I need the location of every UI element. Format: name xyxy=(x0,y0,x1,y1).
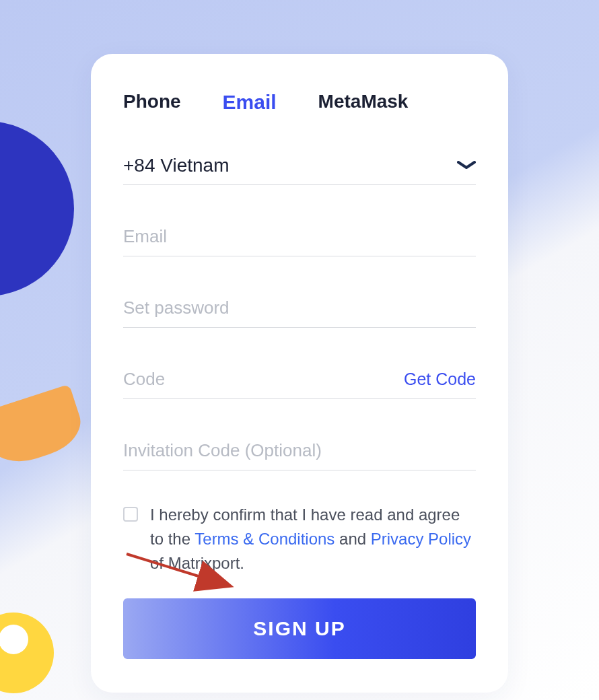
tab-email[interactable]: Email xyxy=(223,91,277,114)
invitation-field-wrapper xyxy=(123,431,476,470)
email-field-wrapper xyxy=(123,217,476,256)
signup-card: Phone Email MetaMask +84 Vietnam Get Cod… xyxy=(91,54,508,693)
password-input[interactable] xyxy=(123,298,476,318)
tab-phone[interactable]: Phone xyxy=(123,91,181,114)
invitation-code-input[interactable] xyxy=(123,440,476,461)
terms-link[interactable]: Terms & Conditions xyxy=(195,530,334,548)
privacy-link[interactable]: Privacy Policy xyxy=(371,530,471,548)
code-field-wrapper: Get Code xyxy=(123,360,476,399)
consent-checkbox[interactable] xyxy=(123,507,138,522)
bg-yellow-ring xyxy=(0,612,54,693)
auth-method-tabs: Phone Email MetaMask xyxy=(123,91,476,114)
consent-text: I hereby confirm that I have read and ag… xyxy=(150,503,476,575)
consent-and: and xyxy=(334,530,370,548)
country-select[interactable]: +84 Vietnam xyxy=(123,146,476,185)
consent-suffix: of Matrixport. xyxy=(150,554,244,572)
consent-row: I hereby confirm that I have read and ag… xyxy=(123,503,476,575)
chevron-down-icon xyxy=(457,161,476,170)
email-input[interactable] xyxy=(123,226,476,247)
bg-blue-circle xyxy=(0,121,74,296)
country-selected-value: +84 Vietnam xyxy=(123,155,457,176)
tab-metamask[interactable]: MetaMask xyxy=(318,91,409,114)
bg-orange-shape xyxy=(0,384,87,471)
code-input[interactable] xyxy=(123,369,394,390)
get-code-button[interactable]: Get Code xyxy=(404,370,476,389)
password-field-wrapper xyxy=(123,289,476,328)
signup-button[interactable]: SIGN UP xyxy=(123,598,476,659)
